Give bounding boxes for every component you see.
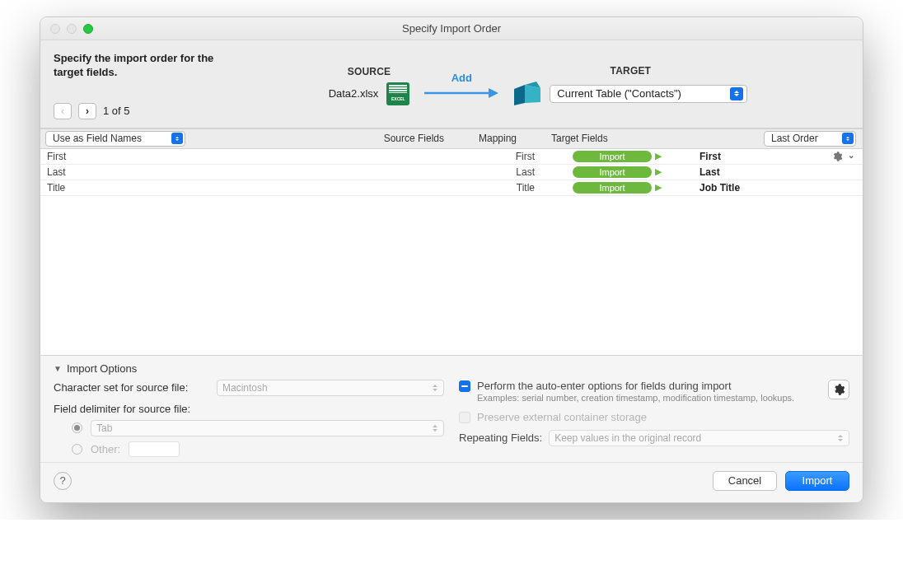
- charset-label: Character set for source file:: [54, 381, 210, 394]
- import-options-section: ▼ Import Options Character set for sourc…: [40, 355, 863, 462]
- repeating-fields-select: Keep values in the original record: [549, 430, 849, 446]
- import-button[interactable]: Import: [785, 471, 849, 491]
- autoenter-label: Perform the auto-enter options for field…: [477, 380, 732, 392]
- chevron-right-icon: ▶: [655, 166, 662, 177]
- table-row[interactable]: LastLastImport▶Last: [40, 165, 863, 180]
- svg-marker-1: [489, 88, 498, 98]
- sort-order-select[interactable]: Last Order: [764, 131, 856, 147]
- chevron-right-icon: ▶: [655, 151, 662, 161]
- col-target-fields: Target Fields: [543, 133, 608, 144]
- field-name: Title: [40, 182, 452, 194]
- chevron-down-icon[interactable]: ⌄: [848, 151, 854, 162]
- delimiter-tab-select: Tab: [91, 420, 444, 436]
- disclosure-triangle-icon: ▼: [54, 364, 62, 373]
- col-source-fields: Source Fields: [384, 133, 452, 144]
- field-name: Last: [40, 166, 452, 178]
- sort-order-value: Last Order: [771, 133, 818, 144]
- gear-icon[interactable]: [831, 151, 843, 162]
- chevron-updown-icon: [842, 133, 854, 144]
- field-name: First: [40, 151, 452, 162]
- delimiter-tab-radio: [72, 422, 82, 433]
- autoenter-examples: Examples: serial number, creation timest…: [477, 392, 820, 404]
- column-header: Use as Field Names Source Fields Mapping…: [40, 128, 863, 149]
- delimiter-other-label: Other:: [91, 443, 120, 455]
- table-row[interactable]: TitleTitleImport▶Job Title: [40, 180, 863, 196]
- source-filename: Data2.xlsx: [329, 87, 379, 100]
- mapping-table: FirstFirstImport▶First⌄LastLastImport▶La…: [40, 149, 863, 355]
- help-button[interactable]: ?: [54, 472, 72, 490]
- use-as-value: Use as Field Names: [53, 133, 142, 144]
- target-table-value: Current Table ("Contacts"): [557, 87, 681, 100]
- mapping-pill: Import: [573, 182, 652, 194]
- autoenter-settings-button[interactable]: [828, 380, 849, 399]
- import-options-title: Import Options: [67, 362, 137, 375]
- mapping-cell[interactable]: Import▶: [543, 151, 691, 162]
- dialog-window: Specify Import Order Specify the import …: [40, 16, 863, 503]
- arrow-right-icon: [424, 87, 498, 99]
- chevron-updown-icon: [171, 133, 183, 144]
- next-record-button[interactable]: ›: [78, 103, 96, 119]
- prev-record-button[interactable]: ‹: [54, 103, 72, 119]
- add-label: Add: [452, 72, 472, 84]
- delimiter-other-radio: [72, 444, 82, 455]
- source-label: SOURCE: [348, 66, 391, 77]
- target-block: TARGET Current Table ("Contacts"): [513, 65, 747, 106]
- filemaker-folder-icon: [513, 82, 541, 106]
- mapping-pill: Import: [573, 166, 652, 178]
- titlebar: Specify Import Order: [40, 17, 863, 40]
- instruction-text: Specify the import order for the target …: [54, 52, 218, 80]
- use-as-field-names-select[interactable]: Use as Field Names: [45, 131, 185, 147]
- mapping-cell[interactable]: Import▶: [543, 182, 691, 194]
- chevron-right-icon: ▶: [655, 182, 662, 193]
- add-mapping-arrow[interactable]: Add: [424, 72, 498, 99]
- repeating-fields-value: Keep values in the original record: [554, 432, 701, 444]
- gear-icon: [832, 383, 845, 396]
- import-options-header[interactable]: ▼ Import Options: [54, 362, 849, 375]
- record-count: 1 of 5: [103, 105, 130, 117]
- window-title: Specify Import Order: [40, 22, 863, 35]
- repeating-fields-label: Repeating Fields:: [459, 432, 542, 444]
- chevron-updown-icon: [730, 87, 743, 100]
- delimiter-label: Field delimiter for source file:: [54, 403, 444, 415]
- chevron-updown-icon: [835, 432, 845, 444]
- target-table-select[interactable]: Current Table ("Contacts"): [550, 85, 747, 103]
- target-field: First⌄: [691, 151, 863, 162]
- source-field: Last: [452, 166, 543, 178]
- autoenter-checkbox[interactable]: [459, 380, 470, 392]
- charset-value: Macintosh: [222, 382, 268, 394]
- mapping-pill: Import: [573, 151, 652, 162]
- preserve-storage-label: Preserve external container storage: [477, 411, 647, 423]
- cancel-button[interactable]: Cancel: [713, 471, 777, 491]
- preserve-storage-checkbox: [459, 412, 470, 423]
- target-label: TARGET: [611, 65, 652, 77]
- source-field: Title: [452, 182, 543, 194]
- header-area: Specify the import order for the target …: [40, 40, 863, 128]
- dialog-footer: ? Cancel Import: [40, 462, 863, 502]
- charset-select: Macintosh: [217, 380, 444, 396]
- chevron-updown-icon: [430, 382, 440, 394]
- chevron-updown-icon: [430, 422, 440, 434]
- record-nav: ‹ › 1 of 5: [54, 103, 218, 119]
- source-target-panel: SOURCE Data2.xlsx Add TARGET: [227, 52, 849, 119]
- delimiter-tab-value: Tab: [96, 422, 112, 434]
- target-field: Last: [691, 166, 863, 178]
- excel-file-icon: [386, 82, 409, 105]
- target-field: Job Title: [691, 182, 863, 194]
- source-block: SOURCE Data2.xlsx: [329, 66, 410, 105]
- delimiter-other-input: [129, 441, 180, 457]
- col-mapping: Mapping: [452, 133, 543, 144]
- table-row[interactable]: FirstFirstImport▶First⌄: [40, 149, 863, 165]
- source-field: First: [452, 151, 543, 162]
- mapping-cell[interactable]: Import▶: [543, 166, 691, 178]
